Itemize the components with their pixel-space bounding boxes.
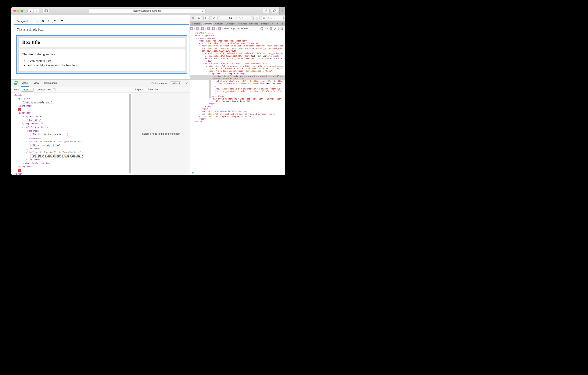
add-tab-button[interactable]: + bbox=[275, 22, 280, 26]
compact-text-checkbox[interactable] bbox=[53, 88, 55, 91]
disclosure-triangle-icon[interactable]: ▼ bbox=[210, 75, 210, 77]
dom-tree-row[interactable]: <p>This is a simple box:</p> bbox=[190, 72, 285, 75]
model-tree-row[interactable]: <simpleBoxDescription> bbox=[11, 125, 132, 129]
model-tree-row[interactable]: "and other block elements like headings.… bbox=[11, 154, 132, 158]
model-tree-row[interactable]: </simpleBoxTitle> bbox=[11, 122, 132, 125]
breadcrumb-element-badge[interactable]: E bbox=[218, 27, 221, 30]
reload-icon[interactable] bbox=[202, 10, 204, 12]
split-console-button[interactable] bbox=[203, 16, 210, 20]
dom-tree-row[interactable]: ▶<div class="simple-box-description ck-e… bbox=[190, 88, 285, 95]
new-tab-button[interactable]: + bbox=[279, 7, 285, 15]
devtools-search-field[interactable]: Search bbox=[261, 16, 284, 20]
more-tabs-button[interactable]: » bbox=[271, 22, 275, 26]
disclosure-triangle-icon[interactable]: ▼ bbox=[203, 63, 204, 65]
tab-overview-button[interactable] bbox=[271, 9, 278, 13]
zoom-window-button[interactable] bbox=[21, 10, 23, 12]
inspector-tab-commands[interactable]: Commands bbox=[44, 80, 57, 87]
minimize-window-button[interactable] bbox=[17, 10, 20, 12]
disclosure-triangle-icon[interactable]: ▶ bbox=[213, 88, 214, 90]
model-text-node[interactable]: "The description goes here." bbox=[30, 133, 68, 136]
print-styles-icon[interactable] bbox=[261, 27, 263, 30]
disclosure-triangle-icon[interactable]: ▶ bbox=[196, 37, 197, 40]
collapse-inspector-button[interactable] bbox=[185, 82, 188, 84]
styles-brush-icon[interactable] bbox=[274, 27, 277, 30]
model-tree-row[interactable]: <simpleBox> bbox=[11, 111, 132, 115]
devtools-tab-timelines[interactable]: Timelines bbox=[248, 22, 259, 26]
inspector-tab-model[interactable]: Model bbox=[21, 80, 29, 87]
close-devtools-button[interactable] bbox=[192, 17, 194, 19]
disclosure-triangle-icon[interactable]: ▼ bbox=[192, 35, 193, 37]
model-tree-row[interactable]: </paragraph> bbox=[11, 136, 132, 140]
inspect-tab-selection[interactable]: Selection bbox=[147, 87, 158, 92]
dom-tree-row[interactable]: ▶<div id="editor" style="display: none;"… bbox=[190, 42, 285, 44]
model-text-node[interactable]: "This is a simple box:" bbox=[22, 101, 53, 104]
simple-box-description-field[interactable]: The description goes here. It can contai… bbox=[18, 49, 185, 72]
disclosure-triangle-icon[interactable]: ▼ bbox=[206, 65, 207, 67]
model-tree-row[interactable]: <$root> bbox=[11, 93, 132, 97]
dom-tree-row[interactable]: </div> bbox=[190, 105, 285, 108]
layout-grid-icon[interactable] bbox=[270, 27, 272, 30]
model-tree-row[interactable]: <simpleBoxTitle> bbox=[11, 115, 132, 118]
address-bar[interactable]: localhost/creating-a-plugin/ bbox=[89, 8, 206, 13]
devtools-tab-console[interactable]: Console bbox=[190, 22, 202, 26]
dom-tree-row[interactable]: ▶<div class="ck ck-editor__top ck-reset_… bbox=[190, 57, 285, 62]
dom-tree-row[interactable]: <div style="position: fixed; top: 0px; l… bbox=[190, 98, 285, 103]
bold-button[interactable]: B bbox=[42, 20, 44, 23]
disclosure-triangle-icon[interactable]: ▶ bbox=[203, 57, 204, 60]
dom-tree-row[interactable]: </section> bbox=[190, 95, 285, 98]
numbered-list-button[interactable]: 1 2 bbox=[52, 20, 56, 22]
dom-tree-row[interactable]: ▼<div class="ck ck-editor__main" role="p… bbox=[190, 62, 285, 65]
model-tree-row[interactable]: <listItem listIndent="0" listType="bulle… bbox=[11, 151, 132, 154]
model-tree-scrollbar[interactable] bbox=[129, 94, 131, 174]
dom-tree-row[interactable]: </html> bbox=[190, 120, 285, 123]
model-tree-row[interactable]: <paragraph> bbox=[11, 129, 132, 133]
model-text-node[interactable]: "and other block elements like headings.… bbox=[30, 154, 84, 157]
italic-button[interactable]: I bbox=[48, 20, 49, 23]
dom-tree-row[interactable]: <script src="dist/bundle.js"></script> bbox=[190, 110, 285, 113]
issues-summary[interactable]: 4 0 0 bbox=[219, 16, 252, 20]
breadcrumb-element-badge[interactable]: E bbox=[207, 27, 210, 30]
forward-button[interactable] bbox=[34, 9, 39, 13]
disclosure-triangle-icon[interactable]: ▶ bbox=[199, 42, 200, 45]
editor-instance-select[interactable]: editor ▲▼ bbox=[170, 81, 181, 85]
console-prompt[interactable] bbox=[190, 170, 285, 175]
dom-tree-row[interactable]: ▼<html lang="en"> bbox=[190, 34, 285, 37]
devtools-tab-resources[interactable]: Resources bbox=[236, 22, 248, 26]
heading-dropdown[interactable]: Paragraph ▼ bbox=[16, 20, 38, 22]
inspector-tab-view[interactable]: View bbox=[33, 80, 39, 87]
devtools-settings-button[interactable] bbox=[280, 22, 285, 26]
dom-tree-row[interactable]: <div class="ck ck-reset_all ck-body ck-r… bbox=[190, 113, 285, 115]
share-button[interactable] bbox=[263, 9, 270, 13]
dom-tree-row[interactable]: ▶<div class="ck-inspector-wrapper">…</di… bbox=[190, 115, 285, 118]
model-tree-row[interactable]: </paragraph> bbox=[11, 104, 132, 108]
dom-tree-row[interactable]: <label class="ck ck-label ck-voice-label… bbox=[190, 52, 285, 57]
dom-tree-row[interactable]: ▶<head>…</head> bbox=[190, 37, 285, 40]
model-tree-row[interactable]: "It can contain lists," bbox=[11, 143, 132, 147]
model-tree-row[interactable]: </simpleBox> bbox=[11, 165, 132, 168]
dock-side-button[interactable] bbox=[196, 16, 202, 20]
devtools-tab-elements[interactable]: Elements bbox=[202, 22, 213, 26]
model-tree-row[interactable]: </listItem> bbox=[11, 158, 132, 161]
dom-tree-row[interactable]: </div> bbox=[190, 103, 285, 105]
model-tree-row[interactable]: "Box title" bbox=[11, 118, 132, 122]
model-tree-row[interactable]: </$root> bbox=[11, 172, 132, 175]
model-tree-row[interactable]: [ bbox=[11, 108, 132, 111]
reload-page-button[interactable] bbox=[211, 16, 218, 20]
element-picker-button[interactable] bbox=[253, 16, 260, 20]
back-button[interactable] bbox=[27, 9, 33, 13]
details-sidebar-icon[interactable] bbox=[281, 27, 284, 30]
model-tree-row[interactable]: <listItem listIndent="0" listType="bulle… bbox=[11, 140, 132, 143]
breadcrumb-element-badge[interactable]: E bbox=[212, 27, 215, 30]
breadcrumb-element-badge[interactable]: E bbox=[201, 27, 204, 30]
breadcrumb-element-badge[interactable]: E bbox=[190, 27, 193, 30]
simple-box-widget[interactable]: Box title The description goes here. It … bbox=[16, 35, 187, 74]
intro-paragraph[interactable]: This is a simple box: bbox=[17, 28, 189, 32]
model-tree-row[interactable]: ] bbox=[11, 168, 132, 172]
devtools-tab-storage[interactable]: Storage bbox=[259, 22, 271, 26]
dom-tree-row[interactable]: </div> bbox=[190, 108, 285, 110]
close-window-button[interactable] bbox=[13, 10, 16, 12]
dom-tree-row[interactable]: ▼<div class="ck ck-content ck-editor__ed… bbox=[190, 65, 285, 72]
sidebar-toggle-button[interactable] bbox=[43, 9, 49, 13]
breadcrumb-current[interactable]: section.simple-box.ck-wid… bbox=[222, 27, 250, 30]
dom-tree-row[interactable]: ▼<section class="simple-box ck-widget ck… bbox=[190, 75, 285, 80]
